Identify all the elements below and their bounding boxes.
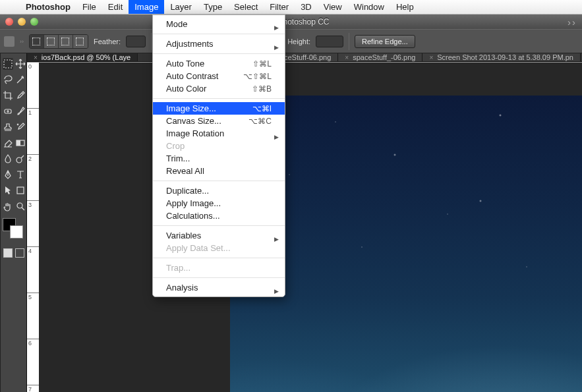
menu-item[interactable]: Adjustments (153, 38, 285, 50)
feather-label: Feather: (94, 38, 121, 45)
height-input[interactable] (316, 36, 343, 47)
menu-shortcut: ⌥⌘C (248, 117, 272, 126)
gradient-tool-icon[interactable] (15, 137, 26, 149)
doc-tab-label: spaceStuff_-06.png (353, 53, 415, 61)
menu-select[interactable]: Select (228, 0, 264, 14)
menu-item[interactable]: Apply Image... (153, 197, 285, 210)
zoom-tool-icon[interactable] (15, 200, 26, 212)
close-tab-icon[interactable]: × (34, 54, 38, 61)
blur-tool-icon[interactable] (3, 153, 13, 165)
document-tabstrip: ×ios7Back.psd @ 50% (Laye ×ceStuff-06.pn… (27, 53, 582, 62)
svg-rect-0 (4, 60, 12, 68)
menu-item[interactable]: Duplicate... (153, 184, 285, 197)
pen-tool-icon[interactable] (3, 169, 13, 181)
hand-tool-icon[interactable] (3, 200, 13, 212)
menu-item-label: Canvas Size... (166, 116, 248, 126)
menu-item[interactable]: Auto Contrast⌥⇧⌘L (153, 70, 285, 82)
doc-tab[interactable]: ×spaceStuff_-06.png (338, 53, 422, 61)
menu-item[interactable]: Analysis (153, 281, 285, 294)
menu-item-label: Trap... (166, 263, 272, 273)
ruler-tick: 3 (27, 201, 39, 247)
menu-item-label: Image Rotation (166, 128, 272, 138)
refine-edge-button[interactable]: Refine Edge... (355, 35, 415, 48)
stamp-tool-icon[interactable] (3, 121, 13, 133)
window-close-button[interactable] (5, 18, 13, 26)
menu-item-label: Calculations... (166, 211, 272, 221)
feather-input[interactable] (126, 36, 146, 47)
app-name[interactable]: Photoshop (20, 2, 76, 12)
quickmask-mode-icon[interactable] (15, 248, 24, 258)
menu-image[interactable]: Image (129, 0, 164, 14)
image-menu-dropdown: ModeAdjustmentsAuto Tone⇧⌘LAuto Contrast… (152, 14, 285, 297)
crop-tool-icon[interactable] (3, 90, 13, 101)
menu-item[interactable]: Auto Color⇧⌘B (153, 82, 285, 95)
brush-tool-icon[interactable] (15, 105, 26, 117)
sel-intersect[interactable] (73, 35, 88, 48)
menu-item: Trap... (153, 262, 285, 274)
menu-item[interactable]: Reveal All (153, 165, 285, 177)
history-brush-tool-icon[interactable] (15, 121, 26, 133)
doc-tab-label: Screen Shot 2013-09-13 at 5.38.09 PM.pn (437, 53, 573, 61)
menu-item[interactable]: Canvas Size...⌥⌘C (153, 115, 285, 127)
ruler-tick: 7 (27, 385, 39, 392)
doc-tab-label: ios7Back.psd @ 50% (Laye (42, 53, 131, 61)
menu-item[interactable]: Mode (153, 18, 285, 30)
ruler-tick: 5 (27, 293, 39, 339)
menu-shortcut: ⇧⌘L (252, 59, 272, 69)
workspace: ×ios7Back.psd @ 50% (Laye ×ceStuff-06.pn… (0, 53, 582, 392)
menu-window[interactable]: Window (348, 0, 390, 14)
menu-item-label: Auto Color (166, 84, 252, 94)
wand-tool-icon[interactable] (15, 74, 26, 86)
chevron-right-icon: ›› (20, 38, 24, 45)
sel-subtract[interactable] (59, 35, 73, 48)
ruler-vertical[interactable]: 0 1 2 3 4 5 6 7 (27, 63, 39, 392)
doc-tab[interactable]: ×ios7Back.psd @ 50% (Laye (27, 53, 138, 61)
menu-item-label: Auto Contrast (166, 71, 243, 81)
menu-3d[interactable]: 3D (295, 0, 318, 14)
ps-home-icon[interactable] (4, 36, 15, 47)
lasso-tool-icon[interactable] (3, 74, 13, 86)
window-zoom-button[interactable] (30, 18, 38, 26)
path-select-tool-icon[interactable] (3, 184, 13, 196)
window-minimize-button[interactable] (18, 18, 26, 26)
dodge-tool-icon[interactable] (15, 153, 26, 165)
menu-item-label: Trim... (166, 154, 272, 163)
type-tool-icon[interactable] (15, 169, 26, 181)
healing-tool-icon[interactable] (3, 105, 13, 117)
menu-type[interactable]: Type (198, 0, 228, 14)
menu-item-label: Reveal All (166, 166, 272, 176)
eyedropper-tool-icon[interactable] (15, 90, 26, 101)
sel-new[interactable] (30, 35, 44, 48)
background-swatch[interactable] (10, 225, 23, 238)
close-tab-icon[interactable]: × (345, 54, 349, 61)
menu-filter[interactable]: Filter (264, 0, 295, 14)
menu-item-label: Auto Tone (166, 59, 252, 69)
menu-edit[interactable]: Edit (102, 0, 129, 14)
menu-item-label: Variables (166, 231, 272, 240)
window-titlebar: Adobe Photoshop CC ›› (0, 14, 582, 29)
shape-tool-icon[interactable] (15, 184, 26, 196)
menu-layer[interactable]: Layer (164, 0, 198, 14)
standard-mode-icon[interactable] (3, 248, 13, 258)
menu-shortcut: ⌥⇧⌘L (243, 72, 272, 81)
menu-item[interactable]: Image Rotation (153, 127, 285, 140)
document-canvas[interactable] (39, 63, 582, 392)
overflow-indicator-icon[interactable]: ›› (567, 16, 582, 28)
close-tab-icon[interactable]: × (429, 54, 433, 61)
sel-add[interactable] (44, 35, 59, 48)
ruler-tick: 1 (27, 109, 39, 155)
menu-help[interactable]: Help (390, 0, 420, 14)
move-tool-icon[interactable] (15, 58, 26, 70)
menu-item[interactable]: Calculations... (153, 210, 285, 222)
eraser-tool-icon[interactable] (3, 137, 13, 149)
menu-item[interactable]: Auto Tone⇧⌘L (153, 57, 285, 70)
menu-item-label: Mode (166, 19, 272, 29)
color-swatches[interactable] (2, 218, 24, 240)
menu-file[interactable]: File (76, 0, 102, 14)
menu-item[interactable]: Image Size...⌥⌘I (153, 102, 285, 115)
menu-view[interactable]: View (318, 0, 348, 14)
marquee-tool-icon[interactable] (3, 58, 13, 70)
menu-item[interactable]: Trim... (153, 152, 285, 165)
menu-item[interactable]: Variables (153, 229, 285, 242)
doc-tab[interactable]: ×Screen Shot 2013-09-13 at 5.38.09 PM.pn (422, 53, 581, 61)
